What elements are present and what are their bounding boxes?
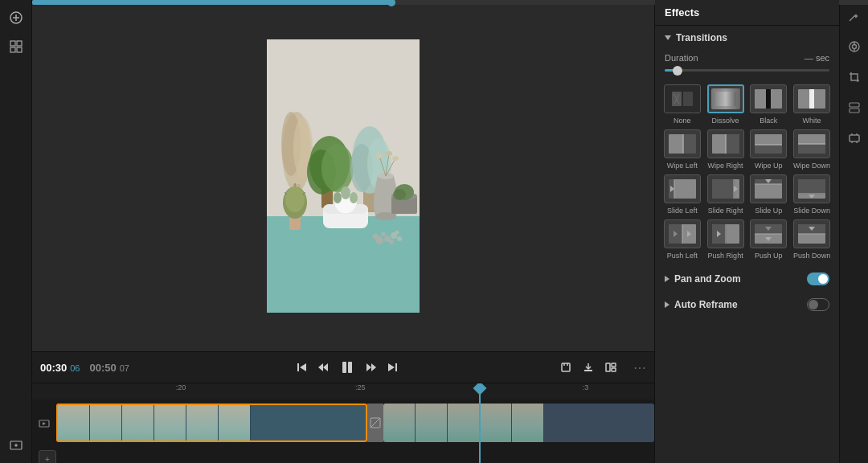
transition-slide-down-label: Slide Down	[793, 207, 830, 215]
svg-point-19	[321, 144, 354, 192]
transition-none[interactable]: None	[663, 84, 702, 125]
transition-push-left[interactable]: Push Left	[663, 219, 702, 260]
current-frame: 06	[70, 363, 80, 373]
clip-thumb-4	[154, 405, 186, 440]
add-media-icon[interactable]	[5, 434, 27, 457]
svg-rect-73	[606, 363, 610, 371]
duration-slider-thumb[interactable]	[673, 66, 682, 76]
timeline-tool-1[interactable]: +	[39, 450, 56, 463]
svg-rect-4	[17, 41, 22, 46]
skip-forward-button[interactable]	[384, 359, 400, 375]
svg-point-26	[285, 186, 305, 212]
pan-zoom-section-header[interactable]: Pan and Zoom	[655, 266, 839, 292]
transition-black-label: Black	[760, 117, 777, 125]
auto-reframe-toggle[interactable]	[807, 298, 829, 311]
transition-white[interactable]: White	[792, 84, 831, 125]
transition-slide-right-preview	[707, 174, 744, 203]
time-display: 00:30 06 00:50 07	[40, 362, 137, 374]
transition-wipe-left[interactable]: Wipe Left	[663, 129, 702, 170]
transition-wipe-down[interactable]: Wipe Down	[792, 129, 831, 170]
forward-button[interactable]	[363, 359, 379, 375]
clip-thumb-8	[416, 404, 448, 442]
transition-slide-left[interactable]: Slide Left	[663, 174, 702, 215]
fullscreen-button[interactable]	[558, 359, 574, 375]
svg-marker-67	[388, 363, 395, 371]
clip-thumb-6	[219, 405, 251, 440]
transition-wipe-right[interactable]: Wipe Right	[706, 129, 745, 170]
svg-marker-61	[323, 363, 328, 371]
add-button[interactable]	[5, 6, 27, 29]
svg-rect-64	[348, 362, 352, 373]
transition-marker[interactable]	[367, 404, 383, 442]
transition-slide-left-label: Slide Left	[667, 207, 698, 215]
export-button[interactable]	[580, 359, 596, 375]
svg-rect-86	[769, 89, 782, 109]
transition-slide-up[interactable]: Slide Up	[750, 174, 788, 215]
svg-rect-92	[669, 134, 683, 154]
transitions-section-header[interactable]: Transitions	[655, 26, 839, 50]
svg-marker-60	[300, 363, 306, 371]
clip-thumb-5	[186, 405, 219, 440]
svg-rect-69	[562, 363, 570, 371]
svg-rect-98	[755, 134, 782, 145]
pan-zoom-chevron	[665, 276, 669, 282]
svg-rect-116	[798, 179, 825, 195]
svg-rect-108	[712, 179, 735, 199]
svg-marker-66	[371, 363, 376, 371]
main-area: 00:30 06 00:50 07	[32, 0, 654, 463]
svg-rect-6	[17, 47, 22, 52]
ruler-mark-30: :3	[583, 383, 589, 391]
transition-push-up[interactable]: Push Up	[750, 219, 788, 260]
duration-slider[interactable]	[665, 69, 829, 72]
transition-slide-up-label: Slide Up	[755, 207, 782, 215]
pan-zoom-title: Pan and Zoom	[674, 273, 802, 285]
timeline-track	[32, 399, 654, 448]
transition-slide-right[interactable]: Slide Right	[706, 174, 745, 215]
total-time: 00:50	[90, 362, 117, 374]
transition-push-down[interactable]: Push Down	[792, 219, 831, 260]
svg-rect-84	[715, 92, 736, 106]
right-transport: ⋯	[558, 359, 646, 375]
transition-wipe-right-preview	[707, 129, 744, 158]
transitions-grid: None Dissolve Black	[655, 81, 839, 266]
transition-black[interactable]: Black	[750, 84, 788, 125]
ruler-mark-25: :25	[355, 383, 366, 391]
transition-wipe-up[interactable]: Wipe Up	[750, 129, 788, 170]
transition-slide-up-preview	[750, 174, 787, 203]
skip-back-button[interactable]	[294, 359, 310, 375]
transition-push-right-preview	[707, 219, 744, 248]
transition-wipe-down-preview	[793, 129, 830, 158]
layers-icon[interactable]	[845, 98, 864, 119]
transition-push-right[interactable]: Push Right	[706, 219, 745, 260]
total-frame: 07	[120, 363, 129, 373]
svg-rect-88	[798, 89, 811, 109]
svg-point-54	[373, 233, 379, 239]
transition-wipe-up-label: Wipe Up	[755, 162, 783, 170]
pause-button[interactable]	[336, 356, 358, 379]
svg-rect-85	[755, 89, 768, 109]
transition-slide-down[interactable]: Slide Down	[792, 174, 831, 215]
transition-dissolve[interactable]: Dissolve	[706, 84, 745, 125]
track-content	[56, 404, 654, 444]
track-label	[32, 418, 56, 429]
overflow-menu[interactable]: ⋯	[633, 360, 646, 375]
clip-segment-1[interactable]	[56, 404, 367, 442]
auto-reframe-section-header[interactable]: Auto Reframe	[655, 292, 839, 318]
effects-scrollable[interactable]: Transitions Duration — sec None	[655, 26, 839, 463]
rewind-button[interactable]	[315, 359, 331, 375]
reframe-icon[interactable]	[845, 129, 864, 150]
grid-icon[interactable]	[5, 35, 27, 58]
transport-controls	[143, 356, 551, 379]
svg-rect-3	[10, 41, 15, 46]
magic-wand-icon[interactable]	[845, 6, 864, 27]
transition-dissolve-preview	[707, 84, 744, 113]
svg-line-79	[371, 418, 380, 428]
crop-icon[interactable]	[845, 68, 864, 88]
svg-rect-81	[683, 92, 693, 106]
auto-reframe-title: Auto Reframe	[674, 299, 802, 310]
svg-rect-87	[766, 89, 771, 109]
filter-icon[interactable]	[845, 37, 864, 58]
pan-zoom-toggle[interactable]	[807, 272, 829, 285]
share-button[interactable]	[603, 359, 619, 375]
clip-segment-2[interactable]	[383, 404, 654, 442]
